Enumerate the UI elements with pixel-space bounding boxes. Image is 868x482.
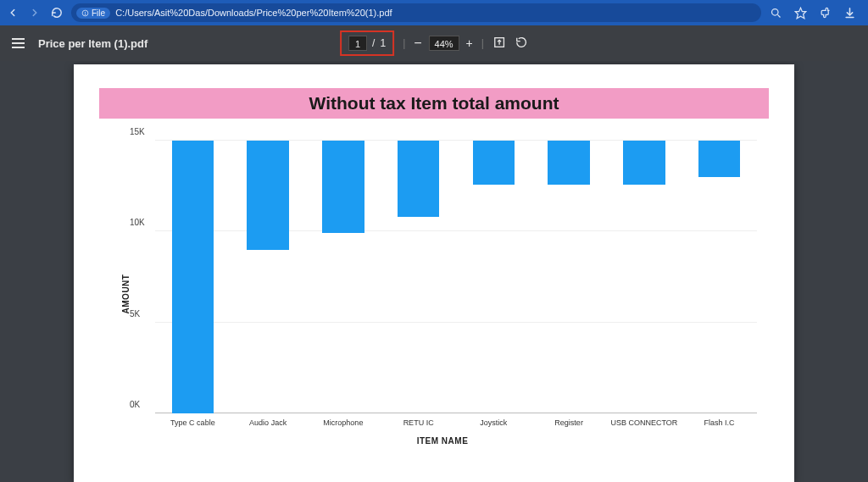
chart-xlabel: ITEM NAME xyxy=(417,436,469,446)
page-separator: / xyxy=(372,37,375,49)
bar xyxy=(398,141,440,217)
ytick: 5K xyxy=(130,308,140,318)
xtick-label: USB CONNECTOR xyxy=(610,418,677,427)
bar xyxy=(548,141,590,185)
bar-slot: Register xyxy=(531,141,607,413)
bar-slot: Microphone xyxy=(306,141,381,413)
ytick: 10K xyxy=(130,218,145,227)
ytick: 0K xyxy=(130,400,140,409)
star-icon[interactable] xyxy=(794,7,807,19)
download-icon[interactable] xyxy=(843,7,856,19)
toolbar-divider: | xyxy=(403,37,405,49)
xtick-label: RETU IC xyxy=(403,418,434,427)
pdf-file-title: Price per Item (1).pdf xyxy=(38,37,147,50)
svg-line-4 xyxy=(777,14,780,17)
pdf-page: Without tax Item total amount AMOUNT 0K … xyxy=(74,64,794,482)
bar-slot: Type C cable xyxy=(155,141,231,413)
menu-icon[interactable] xyxy=(12,38,25,48)
browser-address-bar: File C:/Users/Asit%20Das/Downloads/Price… xyxy=(0,0,868,25)
toolbar-divider: | xyxy=(481,37,484,49)
rotate-icon[interactable] xyxy=(515,36,528,52)
extensions-icon[interactable] xyxy=(819,7,832,19)
url-field[interactable]: File C:/Users/Asit%20Das/Downloads/Price… xyxy=(71,3,761,22)
bar-slot: USB CONNECTOR xyxy=(607,141,682,413)
page-indicator-highlight: 1 / 1 xyxy=(340,30,394,56)
xtick-label: Type C cable xyxy=(170,418,215,427)
ytick: 15K xyxy=(130,127,145,136)
zoom-out-button[interactable]: − xyxy=(414,36,421,51)
file-chip-label: File xyxy=(92,8,105,18)
chart-plot-area: 0K 5K 10K 15K Type C cableAudio JackMicr… xyxy=(155,141,757,413)
back-icon[interactable] xyxy=(7,7,19,19)
svg-point-2 xyxy=(85,14,86,14)
bar-slot: Audio Jack xyxy=(231,141,306,413)
xtick-label: Joystick xyxy=(480,418,507,427)
xtick-label: Register xyxy=(554,418,583,427)
forward-icon[interactable] xyxy=(29,7,41,19)
svg-point-3 xyxy=(772,8,779,15)
bar xyxy=(698,141,741,177)
page-number-input[interactable]: 1 xyxy=(348,36,367,51)
pdf-viewport[interactable]: Without tax Item total amount AMOUNT 0K … xyxy=(0,61,868,482)
xtick-label: Audio Jack xyxy=(249,418,287,427)
fit-to-page-icon[interactable] xyxy=(492,36,506,52)
zoom-in-button[interactable]: + xyxy=(466,36,473,50)
bar xyxy=(322,141,364,233)
pdf-toolbar: Price per Item (1).pdf 1 / 1 | − 44% + | xyxy=(0,25,868,61)
bar xyxy=(623,141,665,185)
chart: AMOUNT 0K 5K 10K 15K Type C cableAudio J… xyxy=(125,137,760,451)
page-total: 1 xyxy=(380,37,386,49)
bar-slot: Joystick xyxy=(456,141,531,413)
bar xyxy=(172,141,214,413)
chart-title: Without tax Item total amount xyxy=(99,88,769,119)
xtick-label: Flash I.C xyxy=(704,418,735,427)
zoom-lens-icon[interactable] xyxy=(770,7,782,19)
url-text: C:/Users/Asit%20Das/Downloads/Price%20pe… xyxy=(115,8,392,18)
bar-slot: RETU IC xyxy=(381,141,456,413)
reload-icon[interactable] xyxy=(51,7,63,19)
svg-marker-5 xyxy=(795,8,806,19)
bar-slot: Flash I.C xyxy=(682,141,757,413)
xtick-label: Microphone xyxy=(323,418,363,427)
bar xyxy=(473,141,515,185)
zoom-level-input[interactable]: 44% xyxy=(429,36,459,51)
file-chip: File xyxy=(76,8,110,19)
bar xyxy=(247,141,289,250)
